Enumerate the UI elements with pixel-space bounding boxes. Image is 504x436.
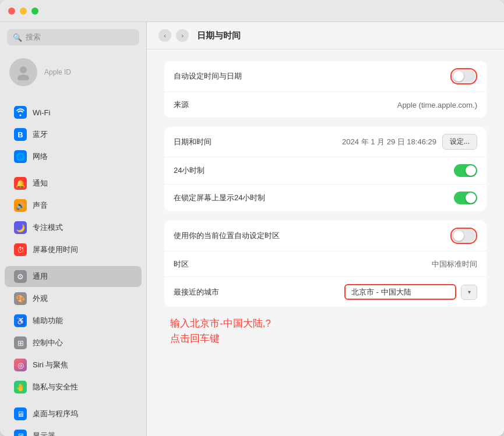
date-time-label: 日期和时间 (174, 137, 212, 147)
bluetooth-label: 蓝牙 (33, 129, 48, 140)
city-input-wrapper: ▾ (344, 284, 477, 300)
sidebar-item-bluetooth[interactable]: B 蓝牙 (5, 124, 142, 145)
sidebar-item-focus[interactable]: 🌙 专注模式 (5, 217, 142, 238)
focus-label: 专注模式 (33, 222, 63, 233)
datetime-section: 日期和时间 2024 年 1 月 29 日 18:46:29 设定... 24小… (164, 127, 487, 211)
datetime-value: 2024 年 1 月 29 日 18:46:29 (342, 137, 436, 147)
timezone-label: 时区 (174, 259, 189, 270)
set-button[interactable]: 设定... (442, 134, 477, 150)
sidebar-item-notification[interactable]: 🔔 通知 (5, 173, 142, 194)
auto-datetime-row: 自动设定时间与日期 (164, 61, 487, 92)
timezone-value: 中国标准时间 (432, 259, 477, 270)
privacy-label: 隐私与安全性 (33, 382, 78, 392)
wifi-icon (14, 106, 27, 119)
sidebar-item-appearance[interactable]: 🎨 外观 (5, 288, 142, 309)
source-row: 来源 Apple (time.apple.com.) (164, 92, 487, 118)
sidebar-item-screentime[interactable]: ⏱ 屏幕使用时间 (5, 239, 142, 260)
sidebar-item-general[interactable]: ⚙ 通用 (5, 266, 142, 287)
accessibility-label: 辅助功能 (33, 316, 63, 326)
nearest-city-label: 最接近的城市 (174, 287, 219, 297)
sidebar-item-privacy[interactable]: 🤚 隐私与安全性 (5, 377, 142, 398)
toggle-knob-3 (466, 193, 476, 203)
close-button[interactable] (8, 8, 15, 15)
auto-datetime-section: 自动设定时间与日期 来源 Apple (time.apple.com.) (164, 61, 487, 118)
siri-icon: ◎ (14, 359, 27, 371)
search-bar[interactable]: 🔍 搜索 (7, 29, 139, 45)
24hour-lock-toggle[interactable] (454, 192, 477, 204)
network-icon: 🌐 (14, 150, 27, 163)
control-icon: ⊞ (14, 336, 27, 349)
apple-id-label: Apple ID (44, 68, 71, 76)
auto-datetime-toggle[interactable] (452, 70, 475, 83)
screentime-icon: ⏱ (14, 243, 27, 256)
desktop-label: 桌面与程序坞 (33, 409, 78, 419)
notification-icon: 🔔 (14, 177, 27, 190)
annotation: 输入北京市-中国大陆,? 点击回车键 (170, 316, 487, 346)
24hour-lock-label: 在锁定屏幕上显示24小时制 (174, 193, 265, 203)
maximize-button[interactable] (31, 8, 38, 15)
sidebar-item-display[interactable]: 🖥 显示器 (5, 426, 142, 436)
sidebar-item-accessibility[interactable]: ♿ 辅助功能 (5, 310, 142, 331)
sidebar-item-wifi[interactable]: Wi-Fi (5, 102, 142, 123)
screentime-label: 屏幕使用时间 (33, 244, 78, 255)
siri-label: Siri 与聚焦 (33, 360, 68, 370)
avatar (9, 58, 37, 86)
sidebar-item-control[interactable]: ⊞ 控制中心 (5, 332, 142, 353)
desktop-icon: 🖥 (14, 407, 27, 420)
annotation-line2: 点击回车键 (170, 331, 487, 346)
city-input[interactable] (344, 284, 456, 300)
appearance-icon: 🎨 (14, 292, 27, 305)
back-chevron: ‹ (164, 32, 166, 39)
display-icon: 🖥 (14, 430, 27, 436)
accessibility-icon: ♿ (14, 314, 27, 327)
general-icon: ⚙ (14, 270, 27, 283)
svg-point-1 (17, 75, 29, 80)
sidebar-item-desktop[interactable]: 🖥 桌面与程序坞 (5, 403, 142, 424)
24hour-row: 24小时制 (164, 157, 487, 185)
24hour-lock-row: 在锁定屏幕上显示24小时制 (164, 185, 487, 211)
sidebar-item-siri[interactable]: ◎ Siri 与聚焦 (5, 355, 142, 375)
city-dropdown-button[interactable]: ▾ (461, 285, 477, 300)
auto-timezone-toggle[interactable] (452, 229, 475, 242)
datetime-right: 2024 年 1 月 29 日 18:46:29 设定... (342, 134, 477, 150)
toggle-knob (453, 71, 464, 81)
sidebar-item-sound[interactable]: 🔊 声音 (5, 195, 142, 216)
date-time-row: 日期和时间 2024 年 1 月 29 日 18:46:29 设定... (164, 127, 487, 157)
sound-label: 声音 (33, 200, 48, 211)
forward-button[interactable]: › (176, 29, 189, 42)
appearance-label: 外观 (33, 293, 48, 304)
auto-datetime-toggle-wrapper (450, 68, 477, 84)
auto-timezone-label: 使用你的当前位置自动设定时区 (174, 231, 280, 241)
traffic-lights (8, 8, 38, 15)
auto-timezone-row: 使用你的当前位置自动设定时区 (164, 221, 487, 251)
search-placeholder: 搜索 (26, 32, 41, 42)
source-value: Apple (time.apple.com.) (397, 101, 477, 109)
timezone-row: 时区 中国标准时间 (164, 251, 487, 277)
main-layout: 🔍 搜索 Apple ID (0, 22, 504, 436)
search-icon: 🔍 (13, 33, 22, 42)
general-label: 通用 (33, 271, 48, 282)
toggle-knob-2 (466, 165, 476, 176)
sidebar-item-network[interactable]: 🌐 网络 (5, 146, 142, 167)
annotation-line1: 输入北京市-中国大陆,? (170, 316, 487, 331)
content-header: ‹ › 日期与时间 (147, 22, 504, 49)
svg-point-0 (20, 66, 27, 73)
wifi-label: Wi-Fi (33, 108, 50, 117)
bluetooth-icon: B (14, 128, 27, 141)
24hour-toggle[interactable] (454, 164, 477, 177)
minimize-button[interactable] (20, 8, 27, 15)
page-title: 日期与时间 (197, 30, 241, 41)
nearest-city-row: 最接近的城市 ▾ (164, 277, 487, 307)
back-button[interactable]: ‹ (158, 29, 171, 42)
forward-chevron: › (181, 32, 184, 39)
apple-id-section[interactable]: Apple ID (0, 52, 146, 92)
sound-icon: 🔊 (14, 199, 27, 212)
main-window: 🔍 搜索 Apple ID (0, 0, 504, 436)
24hour-label: 24小时制 (174, 165, 205, 176)
privacy-icon: 🤚 (14, 381, 27, 394)
auto-datetime-label: 自动设定时间与日期 (174, 71, 242, 81)
sidebar: 🔍 搜索 Apple ID (0, 22, 147, 436)
apple-id-info: Apple ID (44, 68, 71, 76)
title-bar (0, 0, 504, 22)
display-label: 显示器 (33, 431, 55, 436)
